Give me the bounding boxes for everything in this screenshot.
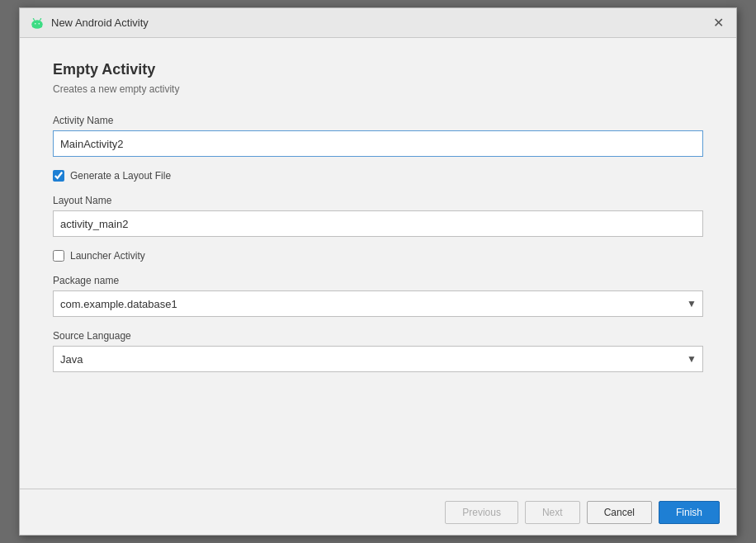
source-language-label: Source Language [53, 330, 703, 342]
svg-point-3 [39, 23, 40, 25]
activity-name-input[interactable] [53, 130, 703, 157]
generate-layout-label: Generate a Layout File [70, 170, 171, 182]
finish-button[interactable]: Finish [659, 501, 720, 524]
title-bar: New Android Activity ✕ [20, 8, 736, 38]
svg-point-6 [33, 18, 35, 20]
layout-name-input[interactable] [53, 210, 703, 237]
generate-layout-row: Generate a Layout File [53, 170, 703, 182]
package-name-label: Package name [53, 275, 703, 286]
launcher-activity-row: Launcher Activity [53, 250, 703, 262]
close-button[interactable]: ✕ [710, 15, 726, 31]
launcher-activity-checkbox[interactable] [53, 250, 64, 262]
previous-button[interactable]: Previous [445, 501, 518, 524]
svg-rect-1 [32, 23, 42, 27]
section-subtitle: Creates a new empty activity [53, 83, 703, 95]
cancel-button[interactable]: Cancel [587, 501, 652, 524]
activity-name-label: Activity Name [53, 115, 703, 126]
source-language-wrapper: Java Kotlin ▼ [53, 346, 703, 372]
layout-name-label: Layout Name [53, 195, 703, 206]
section-title: Empty Activity [53, 61, 703, 78]
next-button[interactable]: Next [525, 501, 580, 524]
source-language-select[interactable]: Java Kotlin [53, 346, 703, 372]
dialog-footer: Previous Next Cancel Finish [20, 489, 736, 535]
package-name-select[interactable]: com.example.database1 [53, 290, 703, 317]
svg-point-2 [35, 23, 36, 25]
launcher-activity-label: Launcher Activity [70, 250, 145, 262]
dialog-window: New Android Activity ✕ Empty Activity Cr… [19, 7, 737, 536]
svg-point-7 [40, 18, 42, 20]
generate-layout-checkbox[interactable] [53, 170, 64, 182]
package-name-wrapper: com.example.database1 ▼ [53, 290, 703, 317]
dialog-content: Empty Activity Creates a new empty activ… [20, 38, 736, 489]
dialog-title: New Android Activity [51, 17, 149, 29]
android-icon [30, 16, 45, 31]
title-bar-left: New Android Activity [30, 16, 149, 31]
